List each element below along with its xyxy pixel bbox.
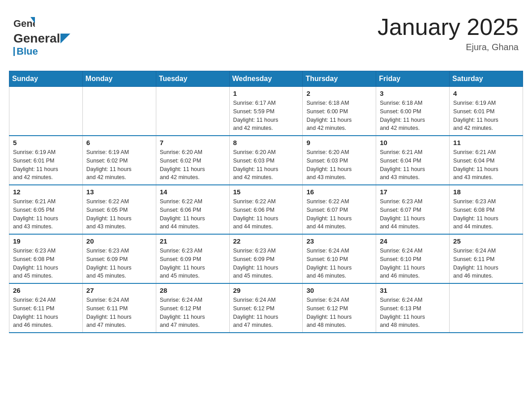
calendar-header: SundayMondayTuesdayWednesdayThursdayFrid…	[9, 71, 523, 87]
day-number: 17	[380, 188, 446, 196]
header-day-tuesday: Tuesday	[156, 71, 229, 87]
calendar-cell: 1Sunrise: 6:17 AM Sunset: 5:59 PM Daylig…	[229, 87, 303, 136]
header-day-wednesday: Wednesday	[229, 71, 303, 87]
calendar-cell: 28Sunrise: 6:24 AM Sunset: 6:12 PM Dayli…	[156, 283, 229, 333]
day-number: 10	[380, 139, 446, 146]
day-info: Sunrise: 6:22 AM Sunset: 6:05 PM Dayligh…	[86, 197, 152, 231]
svg-text:General: General	[13, 18, 35, 29]
logo-general: General	[13, 31, 60, 46]
day-number: 12	[13, 188, 79, 196]
day-number: 13	[86, 188, 152, 196]
day-info: Sunrise: 6:24 AM Sunset: 6:12 PM Dayligh…	[306, 296, 372, 330]
calendar-cell: 26Sunrise: 6:24 AM Sunset: 6:11 PM Dayli…	[9, 283, 83, 333]
day-number: 22	[233, 237, 299, 245]
calendar-cell: 31Sunrise: 6:24 AM Sunset: 6:13 PM Dayli…	[376, 283, 450, 333]
day-number: 14	[160, 188, 226, 196]
day-info: Sunrise: 6:24 AM Sunset: 6:11 PM Dayligh…	[453, 247, 519, 280]
day-number: 9	[306, 139, 372, 146]
day-number: 18	[453, 188, 519, 196]
logo-blue-row: Blue	[13, 46, 38, 57]
day-number: 16	[306, 188, 372, 196]
day-number: 3	[380, 90, 446, 97]
calendar-cell: 22Sunrise: 6:23 AM Sunset: 6:09 PM Dayli…	[229, 234, 303, 283]
day-info: Sunrise: 6:18 AM Sunset: 6:00 PM Dayligh…	[380, 99, 446, 133]
calendar-cell: 15Sunrise: 6:22 AM Sunset: 6:06 PM Dayli…	[229, 185, 303, 234]
day-number: 8	[233, 139, 299, 146]
day-info: Sunrise: 6:24 AM Sunset: 6:11 PM Dayligh…	[86, 296, 152, 330]
week-row-2: 5Sunrise: 6:19 AM Sunset: 6:01 PM Daylig…	[9, 136, 523, 185]
calendar-table: SundayMondayTuesdayWednesdayThursdayFrid…	[9, 71, 523, 333]
calendar-cell: 4Sunrise: 6:19 AM Sunset: 6:01 PM Daylig…	[450, 87, 523, 136]
day-info: Sunrise: 6:21 AM Sunset: 6:05 PM Dayligh…	[13, 197, 79, 231]
header-row: SundayMondayTuesdayWednesdayThursdayFrid…	[9, 71, 523, 87]
day-number: 20	[86, 237, 152, 245]
calendar-cell: 9Sunrise: 6:20 AM Sunset: 6:03 PM Daylig…	[303, 136, 376, 185]
day-number: 24	[380, 237, 446, 245]
week-row-5: 26Sunrise: 6:24 AM Sunset: 6:11 PM Dayli…	[9, 283, 523, 333]
day-info: Sunrise: 6:24 AM Sunset: 6:11 PM Dayligh…	[13, 296, 79, 330]
day-number: 29	[233, 287, 299, 294]
header-day-sunday: Sunday	[9, 71, 83, 87]
logo-triangle-icon	[60, 34, 70, 43]
day-info: Sunrise: 6:22 AM Sunset: 6:06 PM Dayligh…	[160, 197, 226, 231]
calendar-cell: 7Sunrise: 6:20 AM Sunset: 6:02 PM Daylig…	[156, 136, 229, 185]
day-info: Sunrise: 6:21 AM Sunset: 6:04 PM Dayligh…	[453, 148, 519, 182]
calendar-body: 1Sunrise: 6:17 AM Sunset: 5:59 PM Daylig…	[9, 87, 523, 333]
calendar-cell: 20Sunrise: 6:23 AM Sunset: 6:09 PM Dayli…	[82, 234, 156, 283]
day-number: 19	[13, 237, 79, 245]
page-header: General General Blue January 2025 Ejura,…	[9, 9, 523, 62]
calendar-cell: 23Sunrise: 6:24 AM Sunset: 6:10 PM Dayli…	[303, 234, 376, 283]
day-info: Sunrise: 6:23 AM Sunset: 6:07 PM Dayligh…	[380, 197, 446, 231]
page-title: January 2025	[378, 13, 519, 40]
calendar-cell: 8Sunrise: 6:20 AM Sunset: 6:03 PM Daylig…	[229, 136, 303, 185]
calendar-cell: 21Sunrise: 6:23 AM Sunset: 6:09 PM Dayli…	[156, 234, 229, 283]
day-number: 30	[306, 287, 372, 294]
day-info: Sunrise: 6:17 AM Sunset: 5:59 PM Dayligh…	[233, 99, 299, 133]
day-info: Sunrise: 6:23 AM Sunset: 6:08 PM Dayligh…	[453, 197, 519, 231]
header-day-thursday: Thursday	[303, 71, 376, 87]
calendar-cell: 12Sunrise: 6:21 AM Sunset: 6:05 PM Dayli…	[9, 185, 83, 234]
calendar-cell	[82, 87, 156, 136]
day-number: 6	[86, 139, 152, 146]
calendar-cell: 25Sunrise: 6:24 AM Sunset: 6:11 PM Dayli…	[450, 234, 523, 283]
calendar-cell: 3Sunrise: 6:18 AM Sunset: 6:00 PM Daylig…	[376, 87, 450, 136]
logo-text-row: General	[13, 31, 71, 46]
day-number: 4	[453, 90, 519, 97]
calendar-cell: 14Sunrise: 6:22 AM Sunset: 6:06 PM Dayli…	[156, 185, 229, 234]
day-number: 7	[160, 139, 226, 146]
logo: General General Blue	[13, 13, 71, 57]
week-row-4: 19Sunrise: 6:23 AM Sunset: 6:08 PM Dayli…	[9, 234, 523, 283]
day-number: 1	[233, 90, 299, 97]
svg-marker-2	[60, 34, 70, 43]
calendar-cell: 5Sunrise: 6:19 AM Sunset: 6:01 PM Daylig…	[9, 136, 83, 185]
calendar-cell	[156, 87, 229, 136]
calendar-cell: 17Sunrise: 6:23 AM Sunset: 6:07 PM Dayli…	[376, 185, 450, 234]
calendar-cell: 2Sunrise: 6:18 AM Sunset: 6:00 PM Daylig…	[303, 87, 376, 136]
day-number: 28	[160, 287, 226, 294]
day-number: 25	[453, 237, 519, 245]
day-info: Sunrise: 6:18 AM Sunset: 6:00 PM Dayligh…	[306, 99, 372, 133]
week-row-1: 1Sunrise: 6:17 AM Sunset: 5:59 PM Daylig…	[9, 87, 523, 136]
day-number: 15	[233, 188, 299, 196]
calendar-cell: 6Sunrise: 6:19 AM Sunset: 6:02 PM Daylig…	[82, 136, 156, 185]
calendar-cell: 29Sunrise: 6:24 AM Sunset: 6:12 PM Dayli…	[229, 283, 303, 333]
day-info: Sunrise: 6:24 AM Sunset: 6:10 PM Dayligh…	[380, 247, 446, 280]
calendar-cell: 24Sunrise: 6:24 AM Sunset: 6:10 PM Dayli…	[376, 234, 450, 283]
calendar-cell	[450, 283, 523, 333]
day-info: Sunrise: 6:24 AM Sunset: 6:12 PM Dayligh…	[160, 296, 226, 330]
calendar-cell	[9, 87, 83, 136]
calendar-cell: 19Sunrise: 6:23 AM Sunset: 6:08 PM Dayli…	[9, 234, 83, 283]
subtitle: Ejura, Ghana	[378, 42, 519, 52]
title-block: January 2025 Ejura, Ghana	[378, 13, 519, 52]
day-info: Sunrise: 6:24 AM Sunset: 6:10 PM Dayligh…	[306, 247, 372, 280]
week-row-3: 12Sunrise: 6:21 AM Sunset: 6:05 PM Dayli…	[9, 185, 523, 234]
day-info: Sunrise: 6:19 AM Sunset: 6:02 PM Dayligh…	[86, 148, 152, 182]
day-info: Sunrise: 6:20 AM Sunset: 6:03 PM Dayligh…	[306, 148, 372, 182]
day-info: Sunrise: 6:22 AM Sunset: 6:06 PM Dayligh…	[233, 197, 299, 231]
day-info: Sunrise: 6:19 AM Sunset: 6:01 PM Dayligh…	[13, 148, 79, 182]
day-info: Sunrise: 6:21 AM Sunset: 6:04 PM Dayligh…	[380, 148, 446, 182]
logo-bar	[13, 47, 15, 56]
calendar-cell: 10Sunrise: 6:21 AM Sunset: 6:04 PM Dayli…	[376, 136, 450, 185]
calendar-cell: 30Sunrise: 6:24 AM Sunset: 6:12 PM Dayli…	[303, 283, 376, 333]
day-number: 26	[13, 287, 79, 294]
